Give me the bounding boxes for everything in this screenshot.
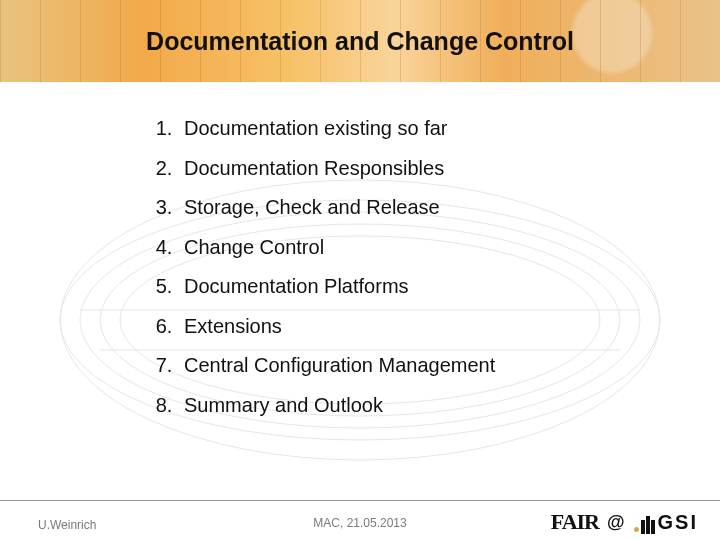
slide-title: Documentation and Change Control [146, 27, 574, 56]
slide-body: Documentation existing so far Documentat… [0, 82, 720, 492]
footer-date: MAC, 21.05.2013 [313, 516, 406, 530]
list-item-text: Storage, Check and Release [184, 196, 440, 218]
list-item-text: Documentation existing so far [184, 117, 447, 139]
list-item: Change Control [178, 237, 495, 258]
fair-logo-text: FAIR [551, 509, 599, 534]
slide: Documentation and Change Control Documen… [0, 0, 720, 540]
list-item: Storage, Check and Release [178, 197, 495, 218]
gsi-logo-text: GSI [658, 511, 698, 534]
list-item-text: Central Configuration Management [184, 354, 495, 376]
footer-divider [0, 500, 720, 501]
gsi-dot-icon [634, 527, 639, 532]
footer-author: U.Weinrich [38, 518, 96, 532]
fair-logo: FAIR [551, 509, 599, 535]
gsi-bar-icon [641, 520, 645, 534]
title-band: Documentation and Change Control [0, 0, 720, 82]
list-item: Documentation existing so far [178, 118, 495, 139]
list-item-text: Extensions [184, 315, 282, 337]
at-symbol: @ [607, 512, 625, 533]
gsi-bar-icon [646, 516, 650, 534]
list-item-text: Documentation Platforms [184, 275, 409, 297]
list-item: Documentation Platforms [178, 276, 495, 297]
list-item: Extensions [178, 316, 495, 337]
list-item-text: Documentation Responsibles [184, 157, 444, 179]
footer-logos: FAIR @ GSI [551, 509, 698, 535]
table-of-contents: Documentation existing so far Documentat… [178, 118, 495, 434]
list-item: Summary and Outlook [178, 395, 495, 416]
slide-footer: U.Weinrich MAC, 21.05.2013 FAIR @ GSI [0, 492, 720, 540]
list-item-text: Change Control [184, 236, 324, 258]
gsi-bar-icon [651, 520, 655, 534]
list-item: Central Configuration Management [178, 355, 495, 376]
list-item-text: Summary and Outlook [184, 394, 383, 416]
list-item: Documentation Responsibles [178, 158, 495, 179]
gsi-logo: GSI [633, 511, 698, 534]
